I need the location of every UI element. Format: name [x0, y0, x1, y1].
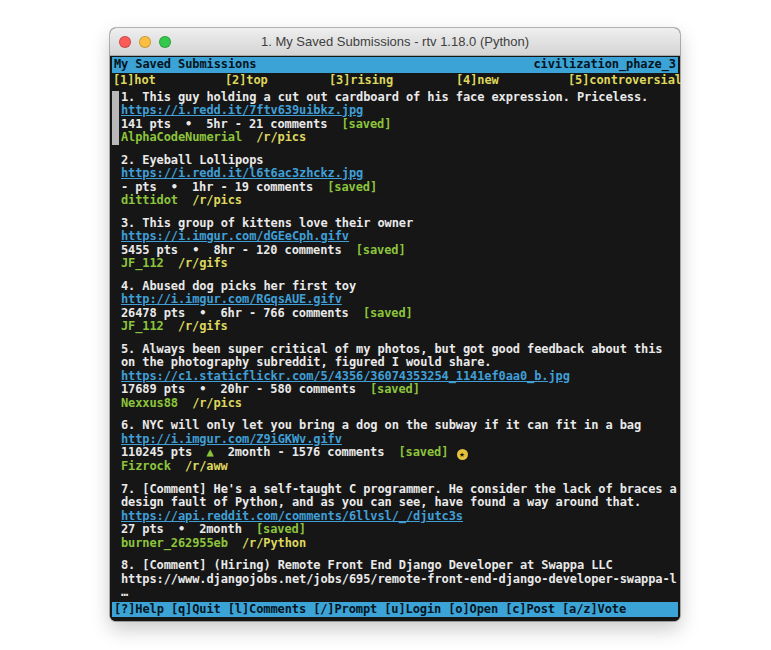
truncation-ellipsis: … [121, 586, 678, 600]
submission-title: 4. Abused dog picks her first toy [121, 280, 678, 294]
submission-byline: JF_112 /r/gifs [121, 320, 678, 334]
author-link[interactable]: burner_262955eb [121, 536, 228, 550]
quit-command[interactable]: [q]Quit [171, 603, 221, 617]
submission-url-link[interactable]: https://i.redd.it/l6t6ac3zhckz.jpg [121, 167, 678, 181]
submission-row-7[interactable]: 7. [Comment] He's a self-taught C progra… [112, 483, 678, 551]
selection-gutter [112, 217, 119, 271]
command-footer-bar: [?]Help [q]Quit [l]Comments [/]Prompt [u… [112, 602, 678, 618]
submission-title: 1. This guy holding a cut out cardboard … [121, 91, 678, 105]
age-comments-label: 20hr - 580 comments [221, 382, 356, 396]
sort-tab-controversial[interactable]: [5]controversial [568, 74, 682, 88]
gold-icon [457, 449, 468, 460]
vote-separator-icon: • [178, 522, 185, 536]
subreddit-link[interactable]: /r/pics [192, 396, 242, 410]
submission-byline: dittidot /r/pics [121, 194, 678, 208]
sort-tab-new[interactable]: [4]new [456, 74, 499, 88]
login-command[interactable]: [u]Login [384, 603, 441, 617]
submission-byline: JF_112 /r/gifs [121, 257, 678, 271]
zoom-button[interactable] [159, 36, 171, 48]
submission-url-link[interactable]: http://i.imgur.com/Z9iGKWv.gifv [121, 433, 678, 447]
submission-byline: burner_262955eb /r/Python [121, 537, 678, 551]
open-command[interactable]: [o]Open [448, 603, 498, 617]
subreddit-link[interactable]: /r/gifs [178, 319, 228, 333]
vote-command[interactable]: [a/z]Vote [562, 603, 626, 617]
saved-badge: [saved] [399, 445, 449, 459]
saved-badge: [saved] [363, 306, 413, 320]
vote-separator-icon: • [171, 180, 178, 194]
subreddit-link[interactable]: /r/gifs [178, 256, 228, 270]
subreddit-link[interactable]: /r/pics [256, 130, 306, 144]
comments-command[interactable]: [l]Comments [228, 603, 306, 617]
submission-stats: 17689 pts • 20hr - 580 comments [saved] [121, 383, 678, 397]
saved-badge: [saved] [356, 243, 406, 257]
close-button[interactable] [119, 36, 131, 48]
upvote-arrow-icon: ▲ [206, 445, 213, 459]
sort-order-bar: [1]hot [2]top [3]rising [4]new [5]contro… [112, 74, 678, 89]
submission-url-link[interactable]: https://c1.staticflickr.com/5/4356/36074… [121, 370, 678, 384]
selection-gutter [112, 154, 119, 208]
sort-tab-hot[interactable]: [1]hot [113, 74, 156, 88]
submission-byline: Nexxus88 /r/pics [121, 397, 678, 411]
saved-badge: [saved] [342, 117, 392, 131]
age-comments-label: 2month - 1576 comments [228, 445, 385, 459]
points-label: 5455 pts [121, 243, 178, 257]
author-link[interactable]: Nexxus88 [121, 396, 178, 410]
submission-stats: 26478 pts • 6hr - 766 comments [saved] [121, 307, 678, 321]
submission-stats: 110245 pts ▲ 2month - 1576 comments [sav… [121, 446, 678, 460]
post-command[interactable]: [c]Post [505, 603, 555, 617]
submission-stats: 5455 pts • 8hr - 120 comments [saved] [121, 244, 678, 258]
author-link[interactable]: JF_112 [121, 319, 164, 333]
app-window: 1. My Saved Submissions - rtv 1.18.0 (Py… [110, 28, 680, 621]
terminal-screen: My Saved Submissions civilization_phaze_… [110, 56, 680, 621]
vote-separator-icon: • [199, 306, 206, 320]
sort-tab-top[interactable]: [2]top [225, 74, 268, 88]
subreddit-link[interactable]: /r/Python [242, 536, 306, 550]
submission-row-5[interactable]: 5. Always been super critical of my phot… [112, 343, 678, 411]
saved-badge: [saved] [327, 180, 377, 194]
author-link[interactable]: JF_112 [121, 256, 164, 270]
submission-row-3[interactable]: 3. This group of kittens love their owne… [112, 217, 678, 271]
selection-gutter [112, 419, 119, 474]
points-label: 17689 pts [121, 382, 185, 396]
submission-title: 3. This group of kittens love their owne… [121, 217, 678, 231]
help-command[interactable]: [?]Help [114, 603, 164, 617]
age-comments-label: 1hr - 19 comments [192, 180, 313, 194]
minimize-button[interactable] [139, 36, 151, 48]
sort-tab-rising[interactable]: [3]rising [329, 74, 393, 88]
subreddit-link[interactable]: /r/pics [192, 193, 242, 207]
age-comments-label: 6hr - 766 comments [221, 306, 349, 320]
author-link[interactable]: AlphaCodeNumerial [121, 130, 242, 144]
submission-stats: 27 pts • 2month [saved] [121, 523, 678, 537]
submission-title: 5. Always been super critical of my phot… [121, 343, 678, 370]
selection-gutter [112, 280, 119, 334]
saved-badge: [saved] [370, 382, 420, 396]
submission-stats: 141 pts • 5hr - 21 comments [saved] [121, 118, 678, 132]
submission-url-link[interactable]: https://i.imgur.com/dGEeCph.gifv [121, 230, 678, 244]
points-label: 27 pts [121, 522, 164, 536]
submission-byline: AlphaCodeNumerial /r/pics [121, 131, 678, 145]
author-link[interactable]: Fizrock [121, 459, 171, 473]
points-label: - pts [121, 180, 157, 194]
prompt-command[interactable]: [/]Prompt [313, 603, 377, 617]
submission-row-8[interactable]: 8. [Comment] (Hiring) Remote Front End D… [112, 559, 678, 600]
submission-url-link[interactable]: https://i.redd.it/7ftv639uibkz.jpg [121, 104, 678, 118]
submission-row-6[interactable]: 6. NYC will only let you bring a dog on … [112, 419, 678, 474]
window-title: 1. My Saved Submissions - rtv 1.18.0 (Py… [261, 34, 529, 49]
selection-gutter [112, 559, 119, 600]
submission-url-link[interactable]: http://i.imgur.com/RGqsAUE.gifv [121, 293, 678, 307]
submission-byline: Fizrock /r/aww [121, 460, 678, 474]
vote-separator-icon: • [185, 117, 192, 131]
subreddit-link[interactable]: /r/aww [185, 459, 228, 473]
submission-title: 6. NYC will only let you bring a dog on … [121, 419, 678, 433]
author-link[interactable]: dittidot [121, 193, 178, 207]
submission-row-2[interactable]: 2. Eyeball Lollipops https://i.redd.it/l… [112, 154, 678, 208]
submission-row-1[interactable]: 1. This guy holding a cut out cardboard … [112, 91, 678, 145]
window-titlebar[interactable]: 1. My Saved Submissions - rtv 1.18.0 (Py… [110, 28, 680, 56]
submission-row-4[interactable]: 4. Abused dog picks her first toy http:/… [112, 280, 678, 334]
selection-cursor [112, 91, 119, 145]
submission-url-link[interactable]: https://api.reddit.com/comments/6llvsl/_… [121, 510, 678, 524]
saved-badge: [saved] [256, 522, 306, 536]
submission-title: 8. [Comment] (Hiring) Remote Front End D… [121, 559, 678, 573]
vote-separator-icon: • [199, 382, 206, 396]
points-label: 141 pts [121, 117, 171, 131]
